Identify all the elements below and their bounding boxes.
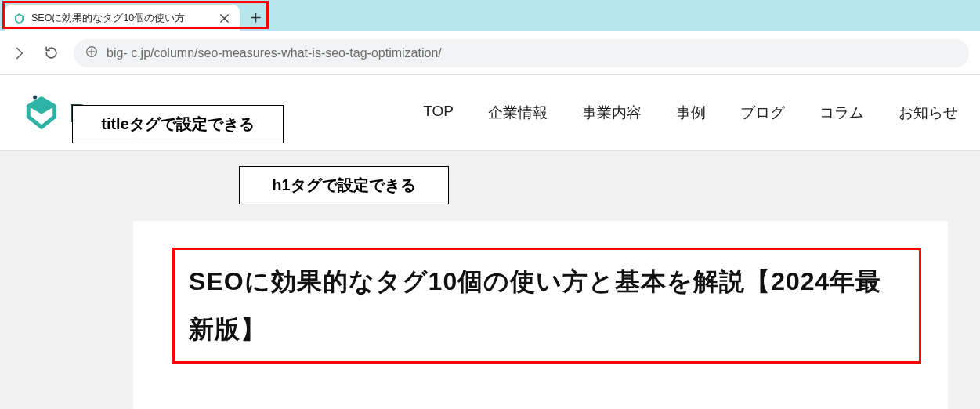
nav-top[interactable]: TOP xyxy=(423,103,454,123)
forward-button[interactable] xyxy=(11,45,28,62)
close-icon[interactable] xyxy=(218,12,230,24)
main-nav: TOP 企業情報 事業内容 事例 ブログ コラム お知らせ xyxy=(423,103,958,123)
site-info-icon[interactable] xyxy=(85,45,99,62)
callout-title-tag: titleタグで設定できる xyxy=(72,105,284,143)
page-body: SEOに効果的なタグ10個の使い方と基本を解説【2024年最新版】 xyxy=(0,150,980,409)
reload-button[interactable] xyxy=(42,45,60,62)
svg-rect-2 xyxy=(91,48,92,55)
favicon-icon xyxy=(13,12,25,24)
browser-tab-strip: SEOに効果的なタグ10個の使い方 xyxy=(0,0,980,31)
logo-icon xyxy=(22,93,61,132)
new-tab-button[interactable] xyxy=(244,6,266,28)
nav-blog[interactable]: ブログ xyxy=(740,103,785,123)
nav-company[interactable]: 企業情報 xyxy=(488,103,548,123)
browser-tab-active[interactable]: SEOに効果的なタグ10個の使い方 xyxy=(5,5,240,31)
annotation-highlight-h1: SEOに効果的なタグ10個の使い方と基本を解説【2024年最新版】 xyxy=(172,248,921,364)
browser-toolbar: big- c.jp/column/seo-measures-what-is-se… xyxy=(0,31,980,75)
nav-column[interactable]: コラム xyxy=(819,103,864,123)
browser-tab-title: SEOに効果的なタグ10個の使い方 xyxy=(31,12,213,25)
nav-cases[interactable]: 事例 xyxy=(676,103,706,123)
svg-point-3 xyxy=(33,96,37,100)
address-bar[interactable]: big- c.jp/column/seo-measures-what-is-se… xyxy=(74,39,969,67)
url-text: big- c.jp/column/seo-measures-what-is-se… xyxy=(107,46,442,60)
article-card: SEOに効果的なタグ10個の使い方と基本を解説【2024年最新版】 xyxy=(133,221,948,409)
nav-news[interactable]: お知らせ xyxy=(899,103,958,123)
article-h1: SEOに効果的なタグ10個の使い方と基本を解説【2024年最新版】 xyxy=(189,258,905,353)
callout-h1-tag: h1タグで設定できる xyxy=(239,166,449,204)
nav-business[interactable]: 事業内容 xyxy=(582,103,642,123)
